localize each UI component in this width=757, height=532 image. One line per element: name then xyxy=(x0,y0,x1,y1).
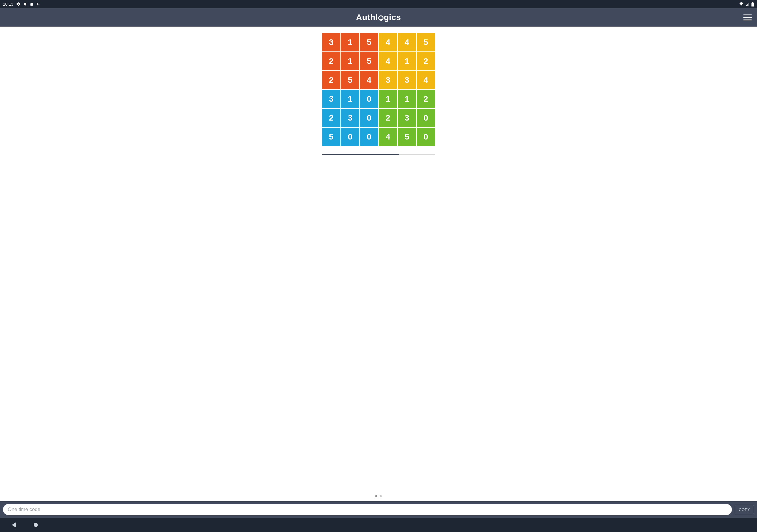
grid-cell[interactable]: 3 xyxy=(341,109,359,127)
grid-cell[interactable]: 3 xyxy=(322,33,340,51)
grid-cell[interactable]: 0 xyxy=(417,109,435,127)
cell-signal-icon xyxy=(745,2,750,6)
android-nav-bar xyxy=(0,518,757,532)
grid-cell[interactable]: 0 xyxy=(360,109,378,127)
copy-button[interactable]: COPY xyxy=(735,505,754,514)
grid-cell[interactable]: 0 xyxy=(360,90,378,108)
grid-cell[interactable]: 5 xyxy=(322,128,340,146)
grid-cell[interactable]: 1 xyxy=(398,52,416,70)
grid-cell[interactable]: 2 xyxy=(417,90,435,108)
grid-cell[interactable]: 2 xyxy=(417,52,435,70)
grid-cell[interactable]: 2 xyxy=(322,71,340,89)
grid-cell[interactable]: 3 xyxy=(379,71,397,89)
grid-cell[interactable]: 5 xyxy=(417,33,435,51)
otc-bar: COPY xyxy=(0,501,757,518)
menu-button[interactable] xyxy=(743,15,752,20)
brand-prefix: Authl xyxy=(356,13,378,22)
shield-icon xyxy=(23,2,27,6)
grid-cell[interactable]: 2 xyxy=(322,52,340,70)
status-left: 10:13 xyxy=(3,2,41,7)
otc-input[interactable] xyxy=(3,504,732,515)
grid-cell[interactable]: 4 xyxy=(379,33,397,51)
android-status-bar: 10:13 xyxy=(0,0,757,8)
grid-cell[interactable]: 3 xyxy=(398,71,416,89)
nav-back-button[interactable] xyxy=(12,522,16,528)
app-header: Authl gics xyxy=(0,8,757,27)
brand-suffix: gics xyxy=(384,13,401,22)
grid-cell[interactable]: 5 xyxy=(360,33,378,51)
grid-cell[interactable]: 1 xyxy=(341,52,359,70)
grid-cell[interactable]: 2 xyxy=(379,109,397,127)
grid-cell[interactable]: 5 xyxy=(341,71,359,89)
countdown-progress-fill xyxy=(322,154,399,155)
page-dot[interactable] xyxy=(380,495,382,497)
status-clock: 10:13 xyxy=(3,2,13,7)
grid-cell[interactable]: 4 xyxy=(417,71,435,89)
grid-cell[interactable]: 1 xyxy=(341,90,359,108)
grid-cell[interactable]: 0 xyxy=(341,128,359,146)
grid-cell[interactable]: 3 xyxy=(398,109,416,127)
brand-logo: Authl gics xyxy=(356,13,401,22)
grid-cell[interactable]: 4 xyxy=(360,71,378,89)
main-content: 315445215412254334310112230230500450 xyxy=(0,27,757,501)
countdown-progress xyxy=(322,154,435,155)
page-dot[interactable] xyxy=(375,495,377,497)
page-indicator[interactable] xyxy=(375,486,382,501)
brand-o-glyph-icon xyxy=(378,15,383,21)
grid-cell[interactable]: 4 xyxy=(379,52,397,70)
sd-card-icon xyxy=(30,2,33,6)
grid-cell[interactable]: 0 xyxy=(417,128,435,146)
battery-icon xyxy=(751,2,754,7)
grid-cell[interactable]: 1 xyxy=(341,33,359,51)
grid-cell[interactable]: 1 xyxy=(379,90,397,108)
nav-home-button[interactable] xyxy=(34,523,38,527)
grid-cell[interactable]: 0 xyxy=(360,128,378,146)
grid-cell[interactable]: 4 xyxy=(398,33,416,51)
grid-cell[interactable]: 1 xyxy=(398,90,416,108)
gear-icon xyxy=(16,2,20,6)
grid-cell[interactable]: 2 xyxy=(322,109,340,127)
grid-cell[interactable]: 4 xyxy=(379,128,397,146)
grid-cell[interactable]: 5 xyxy=(360,52,378,70)
grid-cell[interactable]: 3 xyxy=(322,90,340,108)
grid-cell[interactable]: 5 xyxy=(398,128,416,146)
play-store-icon xyxy=(36,2,41,6)
wifi-icon xyxy=(739,2,744,6)
status-right xyxy=(739,2,754,7)
pin-grid[interactable]: 315445215412254334310112230230500450 xyxy=(322,33,435,146)
